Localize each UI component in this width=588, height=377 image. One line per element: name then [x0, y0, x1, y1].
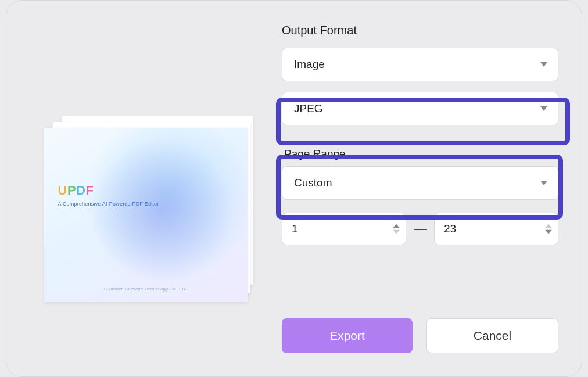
page-from-input[interactable]: 1: [282, 213, 406, 245]
thumb-background: [44, 128, 248, 302]
form-column: Output Format Image JPEG Page Range Cust…: [261, 24, 564, 353]
thumb-content: UPDF A Comprehensive AI-Powered PDF Edit…: [58, 183, 159, 207]
logo-letter-u: U: [58, 183, 67, 198]
cancel-button[interactable]: Cancel: [426, 318, 558, 353]
logo-letter-f: F: [85, 183, 94, 198]
spinner-controls[interactable]: [393, 224, 400, 234]
page-range-mode-value: Custom: [294, 177, 546, 189]
svg-marker-2: [540, 181, 547, 185]
spinner-controls[interactable]: [545, 224, 552, 234]
svg-marker-3: [393, 224, 400, 228]
thumb-page-front: UPDF A Comprehensive AI-Powered PDF Edit…: [44, 128, 248, 302]
chevron-down-icon: [540, 106, 547, 111]
export-dialog: UPDF A Comprehensive AI-Powered PDF Edit…: [6, 0, 582, 377]
page-from-value: 1: [292, 222, 298, 235]
page-range-mode-select[interactable]: Custom: [282, 166, 558, 200]
button-row: Export Cancel: [282, 266, 558, 353]
svg-marker-6: [545, 230, 552, 234]
preview-column: UPDF A Comprehensive AI-Powered PDF Edit…: [35, 24, 261, 353]
page-range-label: Page Range: [282, 148, 558, 160]
output-format-label: Output Format: [282, 24, 558, 37]
logo-letter-d: D: [76, 183, 85, 198]
output-type-select[interactable]: Image: [282, 48, 558, 81]
export-button[interactable]: Export: [282, 318, 413, 353]
image-format-select[interactable]: JPEG: [282, 92, 558, 125]
svg-marker-0: [540, 62, 547, 67]
chevron-down-icon: [540, 62, 547, 67]
output-type-value: Image: [294, 58, 546, 71]
chevron-up-icon[interactable]: [393, 224, 400, 228]
image-format-value: JPEG: [294, 102, 546, 115]
thumb-footer: Superace Software Technology Co., LTD: [44, 286, 248, 292]
page-to-value: 23: [444, 222, 456, 235]
svg-marker-5: [545, 224, 552, 228]
document-thumbnail-stack: UPDF A Comprehensive AI-Powered PDF Edit…: [44, 116, 253, 296]
range-separator: —: [414, 221, 426, 236]
chevron-up-icon[interactable]: [545, 224, 552, 228]
chevron-down-icon[interactable]: [393, 230, 400, 234]
chevron-down-icon[interactable]: [545, 230, 552, 234]
svg-marker-1: [540, 106, 547, 111]
logo-letter-p: P: [67, 183, 76, 198]
chevron-down-icon: [540, 181, 547, 185]
updf-logo: UPDF: [58, 183, 159, 198]
page-range-row: 1 — 23: [282, 213, 558, 245]
updf-tagline: A Comprehensive AI-Powered PDF Editor: [58, 201, 159, 207]
page-to-input[interactable]: 23: [434, 213, 558, 245]
svg-marker-4: [393, 230, 400, 234]
